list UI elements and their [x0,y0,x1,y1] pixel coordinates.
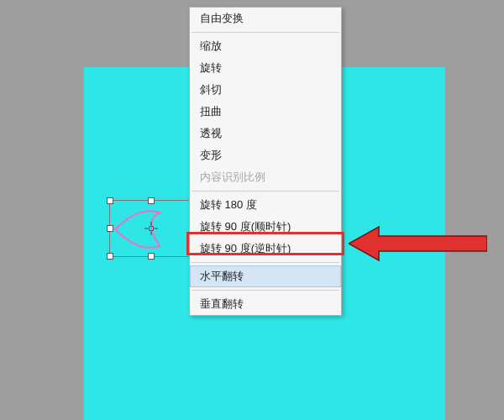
menu-separator [192,290,339,291]
menu-flip-horizontal[interactable]: 水平翻转 [190,265,341,287]
handle-top-left[interactable] [107,197,113,204]
menu-separator [192,32,339,33]
transform-context-menu: 自由变换 缩放 旋转 斜切 扭曲 透视 变形 内容识别比例 旋转 180 度 旋… [189,7,342,316]
center-point-icon [144,222,158,235]
menu-content-aware-scale: 内容识别比例 [190,166,341,188]
menu-scale[interactable]: 缩放 [190,35,341,57]
menu-skew[interactable]: 斜切 [190,79,341,101]
menu-rotate-90-cw[interactable]: 旋转 90 度(顺时针) [190,216,341,238]
menu-separator [192,191,339,192]
transform-selection-box[interactable] [109,200,193,257]
menu-rotate-180[interactable]: 旋转 180 度 [190,194,341,216]
menu-flip-vertical[interactable]: 垂直翻转 [190,293,341,315]
menu-separator [192,262,339,263]
menu-rotate-90-ccw[interactable]: 旋转 90 度(逆时针) [190,238,341,260]
menu-free-transform[interactable]: 自由变换 [190,8,341,29]
handle-bottom-left[interactable] [107,253,113,260]
menu-warp[interactable]: 变形 [190,144,341,166]
menu-distort[interactable]: 扭曲 [190,101,341,123]
menu-rotate[interactable]: 旋转 [190,57,341,79]
selected-shape [113,204,179,255]
svg-point-0 [149,226,154,231]
handle-middle-left[interactable] [107,225,113,232]
handle-top-middle[interactable] [148,197,155,204]
handle-bottom-middle[interactable] [148,253,155,260]
menu-perspective[interactable]: 透视 [190,123,341,144]
